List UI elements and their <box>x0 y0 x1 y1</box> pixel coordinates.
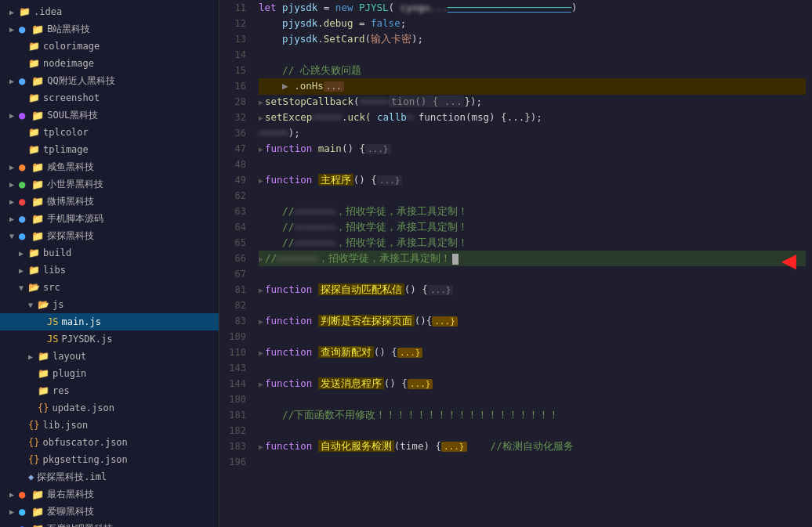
tree-icon-obfuscator-json: {} <box>28 437 39 448</box>
code-line-83: ▶function 判断是否在探探页面(){...} <box>259 313 806 329</box>
code-line-81: ▶function 探探自动匹配私信() {...} <box>259 282 806 298</box>
tree-label-b-heikeji: B站黑科技 <box>47 23 90 36</box>
tree-icon-weibo-heikeji: ● 📁 <box>19 195 44 208</box>
code-editor: 1112131415162832364748496263646566678182… <box>219 0 812 527</box>
code-line-65: //────────，招收学徒，承接工具定制！ <box>259 235 806 251</box>
sidebar-item-phone-script[interactable]: ▶● 📁手机脚本源码 <box>0 210 219 227</box>
sidebar-item-obfuscator-json[interactable]: {}obfuscator.json <box>0 434 219 451</box>
sidebar-item-ailiao-heikeji[interactable]: ▶● 📁爱聊黑科技 <box>0 503 219 520</box>
tree-label-screenshot: screenshot <box>43 92 100 103</box>
code-scroll-area[interactable]: 1112131415162832364748496263646566678182… <box>219 0 812 527</box>
tree-arrow-explore-heikeji: ▼ <box>9 232 17 240</box>
sidebar-item-pkgsetting-json[interactable]: {}pkgsetting.json <box>0 451 219 468</box>
code-line-180 <box>259 392 806 407</box>
sidebar-item-soul-heikeji[interactable]: ▶● 📁SOUL黑科技 <box>0 106 219 124</box>
code-line-49: ▶function 主程序() {...} <box>259 172 806 188</box>
tree-label-soul-heikeji: SOUL黑科技 <box>47 109 98 122</box>
tree-label-js: js <box>53 299 63 310</box>
tree-label-res: res <box>53 385 70 396</box>
sidebar-item-baidu-heikeji[interactable]: ▶● 📁百度贴吧黑科技 <box>0 520 219 527</box>
tree-label-zuihao-heikeji: 最右黑科技 <box>47 488 94 501</box>
sidebar-item-explore-iml[interactable]: ◆探探黑科技.iml <box>0 468 219 485</box>
tree-icon-idea: 📁 <box>19 6 31 17</box>
sidebar-item-explore-heikeji[interactable]: ▼● 📁探探黑科技 <box>0 227 219 244</box>
line-num-11: 11 <box>219 0 246 16</box>
code-line-28: ▶setStopCallback(─────tion() { ...}); <box>259 94 806 110</box>
code-line-183: ▶function 自动化服务检测(time) {...} //检测自动化服务 <box>259 439 806 454</box>
tree-icon-ailiao-heikeji: ● 📁 <box>19 505 44 518</box>
line-num-63: 63 <box>219 204 246 219</box>
tree-arrow-zuihao-heikeji: ▶ <box>9 490 17 499</box>
sidebar-item-weibo-heikeji[interactable]: ▶● 📁微博黑科技 <box>0 193 219 210</box>
code-line-182 <box>259 423 806 439</box>
tree-label-qq-heikeji: QQ附近人黑科技 <box>47 74 114 88</box>
code-line-82 <box>259 298 806 313</box>
sidebar-item-b-heikeji[interactable]: ▶● 📁B站黑科技 <box>0 20 219 38</box>
sidebar-item-res[interactable]: 📁res <box>0 382 219 399</box>
sidebar-item-main-js[interactable]: JSmain.js <box>0 313 219 330</box>
tree-label-obfuscator-json: obfuscator.json <box>42 437 127 448</box>
line-num-196: 196 <box>219 454 246 470</box>
line-num-28: 28 <box>219 94 246 110</box>
tree-icon-main-js: JS <box>47 316 58 327</box>
sidebar-item-nodeimage[interactable]: 📁nodeimage <box>0 55 219 72</box>
sidebar-item-tplimage[interactable]: 📁tplimage <box>0 141 219 158</box>
tree-label-main-js: main.js <box>61 316 101 327</box>
code-line-48 <box>259 157 806 172</box>
tree-icon-colorimage: 📁 <box>28 41 40 52</box>
tree-label-ailiao-heikeji: 爱聊黑科技 <box>47 505 94 518</box>
tree-arrow-build: ▶ <box>19 249 27 258</box>
code-line-32: ▶setExcep─────.uck( callb─ function(msg)… <box>259 110 806 125</box>
line-num-82: 82 <box>219 298 246 313</box>
tree-icon-plugin: 📁 <box>38 368 49 379</box>
tree-icon-explore-iml: ◆ <box>28 471 34 482</box>
sidebar-item-build[interactable]: ▶📁build <box>0 244 219 262</box>
tree-label-pkgsetting-json: pkgsetting.json <box>42 454 127 465</box>
sidebar-item-update-json[interactable]: {}update.json <box>0 399 219 417</box>
sidebar-item-qq-heikeji[interactable]: ▶● 📁QQ附近人黑科技 <box>0 72 219 89</box>
tree-icon-lib-json: {} <box>28 420 39 431</box>
sidebar-item-pjysdk-js[interactable]: JSPJYSDK.js <box>0 330 219 348</box>
tree-label-xianyu-heikeji: 咸鱼黑科技 <box>47 161 94 174</box>
tree-arrow-layout: ▶ <box>28 352 36 361</box>
sidebar-item-plugin[interactable]: 📁plugin <box>0 365 219 382</box>
line-num-62: 62 <box>219 188 246 204</box>
sidebar-item-screenshot[interactable]: 📁screenshot <box>0 89 219 106</box>
sidebar-item-xianyu-heikeji[interactable]: ▶● 📁咸鱼黑科技 <box>0 158 219 175</box>
tree-icon-pjysdk-js: JS <box>47 334 58 345</box>
code-line-47: ▶function main() {...} <box>259 141 806 157</box>
line-num-66: 66 <box>219 251 246 266</box>
sidebar-item-colorimage[interactable]: 📁colorimage <box>0 38 219 55</box>
tree-icon-layout: 📁 <box>38 351 49 362</box>
code-line-14 <box>259 47 806 63</box>
code-line-15: // 心跳失败问题 <box>259 63 806 78</box>
sidebar-item-xiaoshijie-heikeji[interactable]: ▶● 📁小世界黑科技 <box>0 175 219 193</box>
line-num-47: 47 <box>219 141 246 157</box>
sidebar-item-src[interactable]: ▼📂src <box>0 279 219 296</box>
sidebar-item-lib-json[interactable]: {}lib.json <box>0 417 219 434</box>
sidebar-item-layout[interactable]: ▶📁layout <box>0 348 219 365</box>
code-line-36: ─────); <box>259 125 806 141</box>
tree-label-explore-heikeji: 探探黑科技 <box>47 229 94 243</box>
code-line-109 <box>259 329 806 345</box>
sidebar-item-zuihao-heikeji[interactable]: ▶● 📁最右黑科技 <box>0 485 219 503</box>
tree-label-src: src <box>43 282 60 293</box>
tree-icon-phone-script: ● 📁 <box>19 212 44 225</box>
tree-label-idea: .idea <box>34 6 62 17</box>
tree-icon-b-heikeji: ● 📁 <box>19 23 44 35</box>
tree-arrow-idea: ▶ <box>9 8 17 16</box>
code-line-16: ▶ .onHs... <box>259 78 806 94</box>
tree-label-tplimage: tplimage <box>43 144 89 155</box>
line-num-49: 49 <box>219 172 246 188</box>
tree-arrow-ailiao-heikeji: ▶ <box>9 507 17 516</box>
sidebar-item-js[interactable]: ▼📂js <box>0 296 219 313</box>
tree-icon-pkgsetting-json: {} <box>28 454 39 465</box>
file-tree[interactable]: ▶📁.idea▶● 📁B站黑科技 📁colorimage 📁nodeimage▶… <box>0 0 219 527</box>
sidebar-item-idea[interactable]: ▶📁.idea <box>0 3 219 20</box>
line-num-110: 110 <box>219 345 246 360</box>
sidebar-item-tplcolor[interactable]: 📁tplcolor <box>0 124 219 141</box>
tree-arrow-xianyu-heikeji: ▶ <box>9 163 17 171</box>
sidebar-item-libs[interactable]: ▶📁libs <box>0 262 219 279</box>
tree-icon-tplcolor: 📁 <box>28 127 40 138</box>
tree-icon-nodeimage: 📁 <box>28 58 40 69</box>
